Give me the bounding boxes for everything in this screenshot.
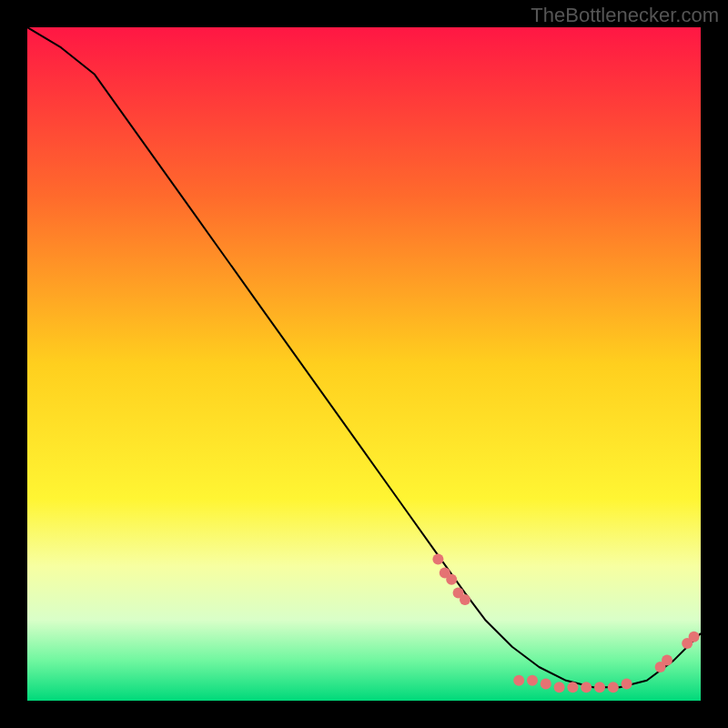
- marker-point: [432, 554, 443, 565]
- marker-point: [527, 675, 538, 686]
- marker-point: [622, 679, 632, 690]
- marker-point: [513, 675, 524, 686]
- marker-point: [567, 682, 578, 693]
- watermark-text: TheBottlenecker.com: [531, 4, 719, 27]
- marker-point: [541, 679, 551, 690]
- chart-plot-area: [27, 27, 701, 701]
- marker-point: [662, 655, 672, 666]
- marker-point: [594, 682, 605, 693]
- chart-svg: [27, 27, 701, 701]
- marker-point: [460, 594, 470, 605]
- marker-point: [554, 682, 565, 693]
- chart-background: [27, 27, 701, 701]
- marker-point: [608, 682, 619, 693]
- marker-point: [446, 574, 457, 585]
- marker-point: [689, 632, 700, 642]
- marker-point: [581, 682, 592, 693]
